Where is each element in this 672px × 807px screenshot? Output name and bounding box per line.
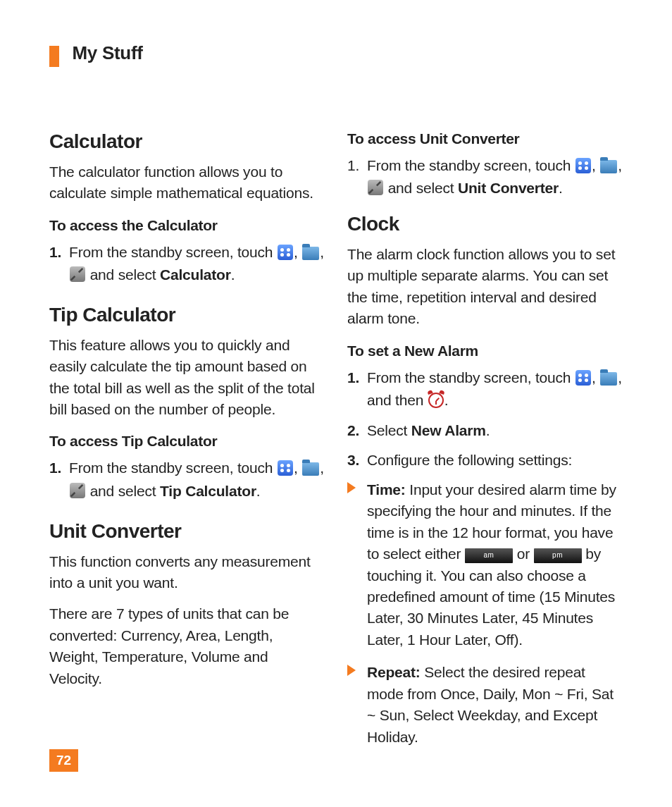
arrow-right-icon xyxy=(347,482,356,493)
folder-icon xyxy=(600,160,617,173)
bullet-label: Time: xyxy=(367,481,406,498)
sep: , xyxy=(294,460,301,476)
step-bold: Unit Converter xyxy=(458,180,559,196)
subhead-calculator-access: To access the Calculator xyxy=(49,217,325,234)
heading-clock: Clock xyxy=(347,213,623,235)
alarm-step-1: 1. From the standby screen, touch , , an… xyxy=(347,366,623,412)
step-text-post: . xyxy=(486,422,490,438)
calculator-step-1: 1. From the standby screen, touch , , an… xyxy=(49,241,325,287)
tools-icon xyxy=(70,483,85,498)
arrow-right-icon xyxy=(347,665,356,676)
menu-icon xyxy=(575,370,591,386)
step-text: Configure the following settings: xyxy=(367,452,572,468)
step-text-post1: and select xyxy=(90,483,160,499)
sep: , xyxy=(294,244,301,260)
step-text-post1: and select xyxy=(90,266,160,283)
step-text-pre: From the standby screen, touch xyxy=(69,244,277,260)
step-text-pre: Select xyxy=(367,422,411,438)
heading-calculator: Calculator xyxy=(49,130,325,153)
subhead-unit-access: To access Unit Converter xyxy=(347,130,623,147)
sep: , xyxy=(592,369,599,386)
step-bold: Calculator xyxy=(160,266,231,283)
section-title: My Stuff xyxy=(72,42,142,63)
menu-icon xyxy=(278,460,293,476)
unit-desc-1: This function converts any measurement i… xyxy=(49,551,325,594)
sep: , xyxy=(618,157,622,173)
page-header: My Stuff xyxy=(49,42,623,67)
step-bold: New Alarm xyxy=(411,422,486,438)
tools-icon xyxy=(70,266,85,282)
bullet-time: Time: Input your desired alarm time by s… xyxy=(347,479,623,651)
step-number: 1. xyxy=(49,241,61,264)
sep: , xyxy=(592,157,599,173)
subhead-tip-access: To access Tip Calculator xyxy=(49,433,325,450)
step-bold: Tip Calculator xyxy=(160,483,256,499)
alarm-clock-icon xyxy=(428,393,444,408)
folder-icon xyxy=(302,247,319,260)
heading-unit-converter: Unit Converter xyxy=(49,520,325,543)
sep: , xyxy=(320,244,324,260)
step-text-pre: From the standby screen, touch xyxy=(367,369,575,386)
step-text-post1: and select xyxy=(388,180,458,196)
bullet-repeat: Repeat: Select the desired repeat mode f… xyxy=(347,662,623,748)
tools-icon xyxy=(368,180,383,195)
accent-bar xyxy=(49,46,59,67)
content-columns: Calculator The calculator function allow… xyxy=(49,130,623,759)
or-text: or xyxy=(513,546,534,562)
step-text-post2: . xyxy=(559,180,563,196)
folder-icon xyxy=(302,462,319,476)
unit-desc-2: There are 7 types of units that can be c… xyxy=(49,603,325,689)
alarm-step-2: 2. Select New Alarm. xyxy=(347,419,623,443)
bullet-label: Repeat: xyxy=(367,664,421,680)
right-column: To access Unit Converter 1. From the sta… xyxy=(347,130,623,759)
step-number: 1. xyxy=(347,154,359,178)
subhead-new-alarm: To set a New Alarm xyxy=(347,343,623,359)
tip-desc: This feature allows you to quickly and e… xyxy=(49,335,325,421)
tip-step-1: 1. From the standby screen, touch , , an… xyxy=(49,457,325,503)
folder-icon xyxy=(600,372,617,386)
menu-icon xyxy=(575,158,591,173)
step-text-pre: From the standby screen, touch xyxy=(367,157,575,173)
step-text-post2: . xyxy=(231,266,235,283)
step-text-post2: . xyxy=(256,483,261,499)
alarm-step-3: 3. Configure the following settings: xyxy=(347,449,623,472)
step-number: 1. xyxy=(49,457,61,480)
menu-icon xyxy=(278,245,293,260)
unit-step-1: 1. From the standby screen, touch , , an… xyxy=(347,154,623,200)
pm-badge: pm xyxy=(534,548,582,563)
page-number: 72 xyxy=(49,749,78,772)
clock-desc: The alarm clock function allows you to s… xyxy=(347,244,623,330)
calculator-desc: The calculator function allows you to ca… xyxy=(49,161,325,204)
sep: , xyxy=(320,460,324,476)
step-number: 3. xyxy=(347,449,359,472)
step-text-post: . xyxy=(444,392,449,408)
step-text-pre: From the standby screen, touch xyxy=(69,460,277,476)
heading-tip-calculator: Tip Calculator xyxy=(49,304,325,326)
step-number: 1. xyxy=(347,366,359,390)
left-column: Calculator The calculator function allow… xyxy=(49,130,325,759)
am-badge: am xyxy=(465,548,513,563)
step-number: 2. xyxy=(347,419,359,443)
